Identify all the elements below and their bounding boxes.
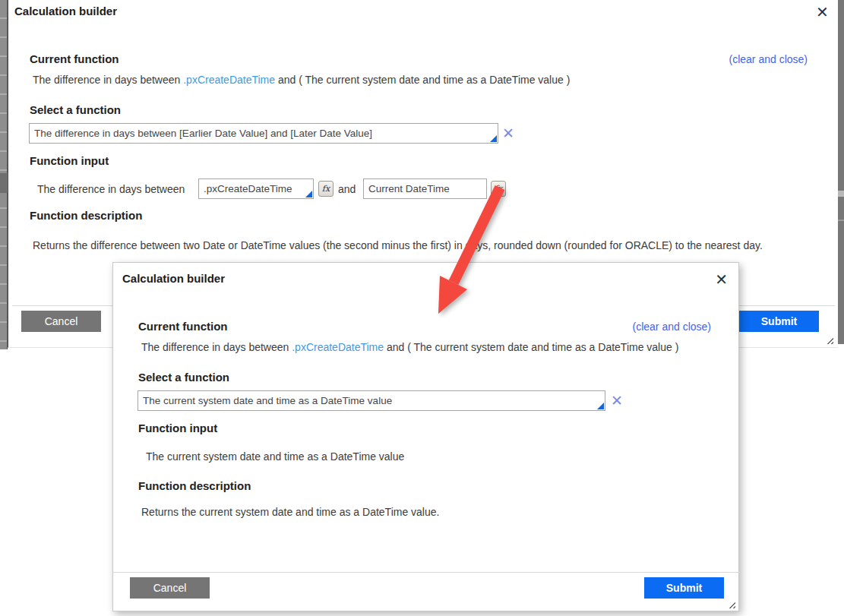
submit-button[interactable]: Submit <box>739 311 819 332</box>
clear-and-close-link[interactable]: (clear and close) <box>633 321 712 333</box>
param1-input[interactable] <box>199 179 313 198</box>
function-input-text: The current system date and time as a Da… <box>146 450 404 463</box>
expr-suffix: and ( The current system date and time a… <box>275 74 570 86</box>
function-select-input[interactable] <box>30 124 498 143</box>
function-input-heading: Function input <box>138 422 217 434</box>
close-icon[interactable]: ✕ <box>816 5 829 20</box>
property-link[interactable]: .pxCreateDateTime <box>183 74 275 86</box>
clear-and-close-link[interactable]: (clear and close) <box>729 53 808 65</box>
fx-builder-icon[interactable]: fx <box>491 181 506 197</box>
function-description-heading: Function description <box>30 209 142 222</box>
dropdown-corner-icon[interactable] <box>305 191 312 197</box>
function-select-combo[interactable] <box>29 123 498 144</box>
property-link[interactable]: .pxCreateDateTime <box>292 341 384 353</box>
footer-divider <box>113 572 740 573</box>
select-function-heading: Select a function <box>138 371 229 384</box>
expr-prefix: The difference in days between <box>141 341 292 353</box>
dialog-title: Calculation builder <box>122 272 225 285</box>
background-grid-row <box>0 173 8 193</box>
clear-selection-icon[interactable]: ✕ <box>611 393 623 408</box>
current-function-expression: The difference in days between .pxCreate… <box>141 341 678 353</box>
dropdown-corner-icon[interactable] <box>597 403 604 409</box>
function-input-prefix: The difference in days between <box>37 183 185 195</box>
clear-selection-icon[interactable]: ✕ <box>502 126 514 141</box>
submit-button[interactable]: Submit <box>644 577 724 599</box>
scrollbar-tick <box>838 220 844 221</box>
page-root: Calculation builder ✕ Current function (… <box>0 0 844 616</box>
calculation-builder-dialog-2: Calculation builder ✕ Current function (… <box>112 262 739 611</box>
function-input-heading: Function input <box>30 154 109 167</box>
dropdown-corner-icon[interactable] <box>490 135 497 142</box>
function-description-text: Returns the current system date and time… <box>141 506 439 518</box>
fx-builder-icon[interactable]: fx <box>318 181 333 197</box>
dialog-title: Calculation builder <box>14 5 117 17</box>
param1-combo[interactable] <box>198 178 314 199</box>
expr-prefix: The difference in days between <box>33 74 183 86</box>
function-description-heading: Function description <box>138 479 251 492</box>
function-select-input[interactable] <box>138 391 605 410</box>
current-function-heading: Current function <box>30 52 119 65</box>
conjunction-text: and <box>338 183 356 195</box>
current-function-expression: The difference in days between .pxCreate… <box>33 74 570 86</box>
expr-suffix: and ( The current system date and time a… <box>384 341 678 353</box>
background-grid-strip <box>0 0 8 349</box>
function-description-text: Returns the difference between two Date … <box>33 239 763 251</box>
cancel-button[interactable]: Cancel <box>21 311 101 332</box>
param2-input[interactable] <box>364 179 486 198</box>
param2-combo[interactable] <box>363 178 487 199</box>
scrollbar-thumb-gap <box>838 191 844 197</box>
select-function-heading: Select a function <box>30 103 121 116</box>
function-select-combo[interactable] <box>138 390 605 411</box>
close-icon[interactable]: ✕ <box>715 272 728 287</box>
current-function-heading: Current function <box>138 320 228 333</box>
resize-grip-icon[interactable] <box>729 602 735 608</box>
window-scrollbar[interactable] <box>838 0 844 344</box>
cancel-button[interactable]: Cancel <box>130 577 210 599</box>
resize-grip-icon[interactable] <box>827 337 833 344</box>
